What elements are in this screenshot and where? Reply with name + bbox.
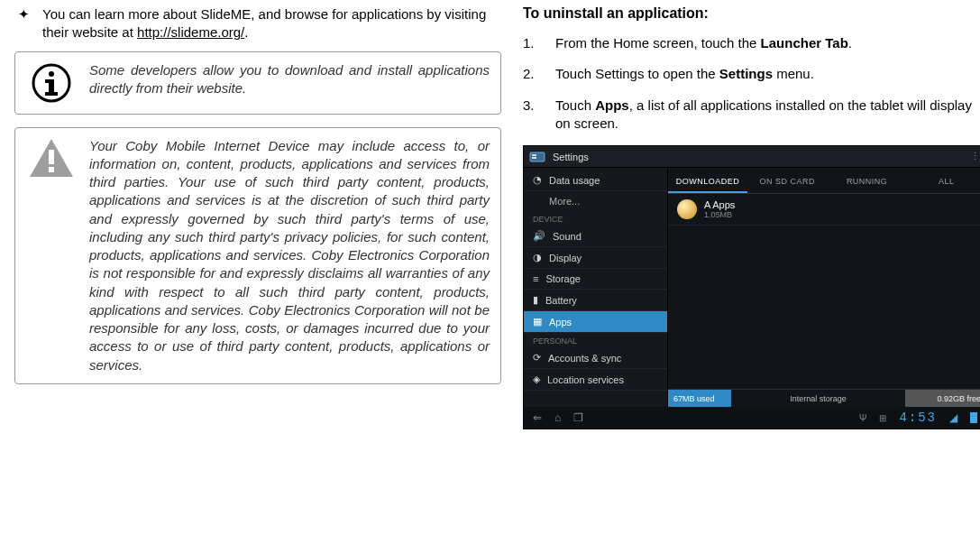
storage-icon: ≡ (533, 273, 538, 284)
app-name: A Apps (704, 199, 735, 210)
bullet-marker: ✦ (18, 5, 30, 42)
sidebar-item-storage[interactable]: ≡Storage (524, 269, 667, 290)
sidebar-item-label: Battery (545, 295, 577, 306)
warning-icon (28, 137, 75, 179)
bullet-text-pre: You can learn more about SlideME, and br… (42, 6, 486, 40)
sidebar-item-label: Accounts & sync (548, 353, 621, 364)
step-bold: Settings (719, 66, 773, 81)
apps-tabs: DOWNLOADED ON SD CARD RUNNING ALL (668, 171, 980, 194)
clock: 4:53 (899, 410, 937, 425)
settings-titlebar: Settings ⋮ (524, 146, 980, 168)
step-3: 3. Touch Apps, a list of all application… (523, 97, 980, 134)
usb-icon: Ψ (859, 413, 866, 423)
svg-rect-4 (45, 92, 58, 96)
step-1: 1. From the Home screen, touch the Launc… (523, 34, 980, 52)
overflow-menu-icon[interactable]: ⋮ (970, 151, 980, 162)
svg-rect-9 (532, 154, 536, 156)
sidebar-item-apps[interactable]: ▦Apps (524, 311, 667, 333)
svg-rect-10 (532, 157, 536, 159)
sidebar-header-personal: PERSONAL (524, 333, 667, 347)
info-text: Some developers allow you to download an… (89, 61, 490, 98)
tab-downloaded[interactable]: DOWNLOADED (668, 171, 747, 193)
apps-icon: ▦ (533, 316, 542, 327)
display-icon: ◑ (533, 252, 542, 263)
step-num: 2. (523, 65, 541, 83)
sidebar-item-label: Location services (547, 374, 624, 385)
storage-label: Internal storage (731, 394, 905, 403)
step-bold: Launcher Tab (761, 35, 848, 51)
sidebar-header-device: DEVICE (524, 211, 667, 226)
sidebar-item-accounts[interactable]: ⟳Accounts & sync (524, 347, 667, 369)
sidebar-item-label: Display (549, 253, 582, 263)
sound-icon: 🔊 (533, 230, 545, 242)
sidebar-item-label: Storage (545, 273, 581, 284)
slideme-link[interactable]: http://slideme.org/ (137, 24, 244, 40)
step-text: Touch Apps, a list of all applications i… (555, 97, 980, 134)
tab-on-sd-card[interactable]: ON SD CARD (747, 171, 827, 193)
sidebar-item-sound[interactable]: 🔊Sound (524, 226, 667, 247)
system-navbar: ⇐ ⌂ ❐ Ψ ⊞ 4:53 ◢ (524, 407, 980, 429)
settings-screenshot: Settings ⋮ ◔ Data usage More... DEVICE 🔊… (523, 145, 980, 429)
step-text: Touch Settings to open the Settings menu… (555, 65, 814, 83)
sidebar-item-label: Apps (549, 317, 572, 327)
step-bold: Apps (595, 97, 629, 113)
app-icon (677, 199, 697, 219)
settings-app-icon (529, 150, 545, 164)
step-post: menu. (773, 66, 814, 81)
step-pre: Touch Settings to open the (555, 66, 719, 81)
step-post: . (848, 35, 852, 51)
data-usage-icon: ◔ (533, 174, 542, 186)
storage-free: 0.92GB free (905, 390, 980, 407)
location-icon: ◈ (533, 373, 540, 385)
sidebar-item-label: Data usage (549, 175, 600, 186)
debug-icon: ⊞ (879, 413, 886, 423)
sidebar-item-label: More... (549, 196, 580, 207)
bullet-slideme: ✦ You can learn more about SlideME, and … (14, 5, 501, 42)
settings-sidebar: ◔ Data usage More... DEVICE 🔊Sound ◑Disp… (524, 168, 668, 407)
info-icon (30, 61, 73, 105)
storage-bar: 67MB used Internal storage 0.92GB free (668, 389, 980, 407)
sync-icon: ⟳ (533, 352, 541, 364)
settings-title: Settings (553, 152, 589, 162)
info-callout: Some developers allow you to download an… (14, 51, 501, 115)
bullet-text: You can learn more about SlideME, and br… (42, 5, 501, 42)
step-text: From the Home screen, touch the Launcher… (555, 34, 852, 52)
sidebar-item-data-usage[interactable]: ◔ Data usage (524, 170, 667, 191)
warning-text: Your Coby Mobile Internet Device may inc… (89, 137, 490, 374)
wifi-icon: ◢ (949, 411, 957, 424)
sidebar-item-location[interactable]: ◈Location services (524, 369, 667, 391)
home-button[interactable]: ⌂ (554, 411, 561, 424)
warning-callout: Your Coby Mobile Internet Device may inc… (14, 127, 501, 384)
svg-rect-3 (45, 79, 54, 83)
tab-all[interactable]: ALL (907, 171, 980, 193)
battery-icon: ▮ (533, 294, 538, 306)
sidebar-item-battery[interactable]: ▮Battery (524, 290, 667, 311)
back-button[interactable]: ⇐ (533, 411, 542, 424)
step-pre: Touch (555, 97, 595, 113)
app-size: 1.05MB (704, 210, 735, 219)
app-list-item[interactable]: A Apps 1.05MB (668, 194, 980, 226)
step-2: 2. Touch Settings to open the Settings m… (523, 65, 980, 83)
svg-rect-6 (49, 150, 54, 164)
storage-used: 67MB used (668, 390, 731, 407)
bullet-text-post: . (244, 24, 248, 40)
tab-running[interactable]: RUNNING (828, 171, 907, 193)
sidebar-item-more[interactable]: More... (524, 191, 667, 211)
step-num: 1. (523, 34, 541, 52)
battery-status-icon (970, 412, 977, 423)
uninstall-steps: 1. From the Home screen, touch the Launc… (523, 34, 980, 133)
step-num: 3. (523, 97, 541, 134)
uninstall-heading: To uninstall an application: (523, 5, 980, 22)
step-pre: From the Home screen, touch the (555, 35, 761, 51)
svg-point-1 (49, 71, 54, 77)
settings-main: DOWNLOADED ON SD CARD RUNNING ALL A Apps… (668, 168, 980, 407)
sidebar-item-label: Sound (553, 231, 582, 242)
sidebar-item-display[interactable]: ◑Display (524, 247, 667, 269)
svg-rect-7 (49, 167, 54, 172)
recent-button[interactable]: ❐ (573, 411, 583, 424)
